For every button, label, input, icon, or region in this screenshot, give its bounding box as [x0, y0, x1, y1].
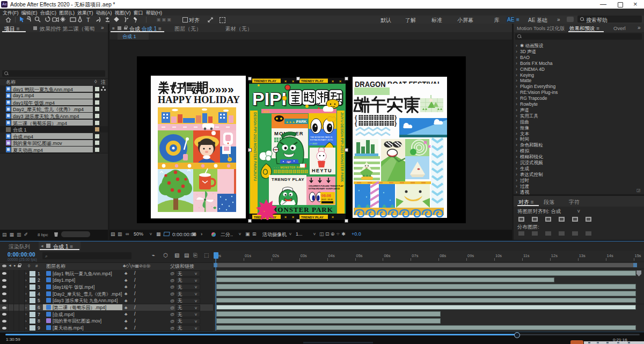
svg-text:PIPI: PIPI: [252, 89, 287, 109]
svg-text:TRENDY PLAY: TRENDY PLAY: [272, 177, 304, 182]
svg-text:TRENDY PLAY: TRENDY PLAY: [254, 79, 276, 83]
svg-text:CHILDREN'S FUN AND TRENDY PLAY: CHILDREN'S FUN AND TRENDY PLAY: [309, 185, 343, 187]
svg-text:»»»»: »»»»: [209, 83, 234, 95]
svg-text:PARK: PARK: [296, 120, 306, 123]
svg-text:PP: PP: [287, 160, 291, 164]
svg-text:}: }: [394, 120, 397, 127]
svg-text:×: ×: [332, 215, 334, 219]
svg-text:DESIGN PIPI 2023 MONSTER PARKJ: DESIGN PIPI 2023 MONSTER PARKJIUYU: [253, 112, 257, 181]
svg-text:TRENDY PLAY: TRENDY PLAY: [301, 216, 324, 219]
svg-text:×: ×: [284, 215, 287, 219]
svg-text:×: ×: [292, 215, 294, 219]
svg-text:06-06: 06-06: [321, 194, 331, 197]
svg-text:06.01 - 06.06: 06.01 - 06.06: [321, 199, 333, 201]
svg-text:HAPPY HOLIDAY: HAPPY HOLIDAY: [158, 94, 240, 105]
svg-text:JIUYU DESIGN PIPI 2023 MONSTER: JIUYU DESIGN PIPI 2023 MONSTER PARK: [340, 112, 344, 182]
svg-text:×: ×: [292, 79, 294, 83]
svg-text:×: ×: [339, 79, 341, 83]
svg-text:2022: 2022: [263, 110, 269, 113]
svg-text:T: T: [86, 17, 90, 23]
svg-text:TRENDY PLAY: TRENDY PLAY: [301, 79, 324, 83]
svg-text:×: ×: [284, 79, 287, 83]
svg-text:{: {: [355, 120, 357, 127]
svg-text:››› 2023: ››› 2023: [310, 142, 318, 145]
svg-text:THE MONSTER PARK IS: THE MONSTER PARK IS: [310, 136, 333, 138]
svg-text:MONSTER PARK: MONSTER PARK: [270, 206, 333, 214]
svg-text:EXTRAORDINARY SIGNIFICANCE: EXTRAORDINARY SIGNIFICANCE: [309, 188, 340, 190]
svg-text:EXTRAORDINARY JIUYU: EXTRAORDINARY JIUYU: [310, 139, 333, 141]
svg-text:HEYTU: HEYTU: [312, 168, 332, 173]
svg-text:×: ×: [332, 79, 334, 83]
